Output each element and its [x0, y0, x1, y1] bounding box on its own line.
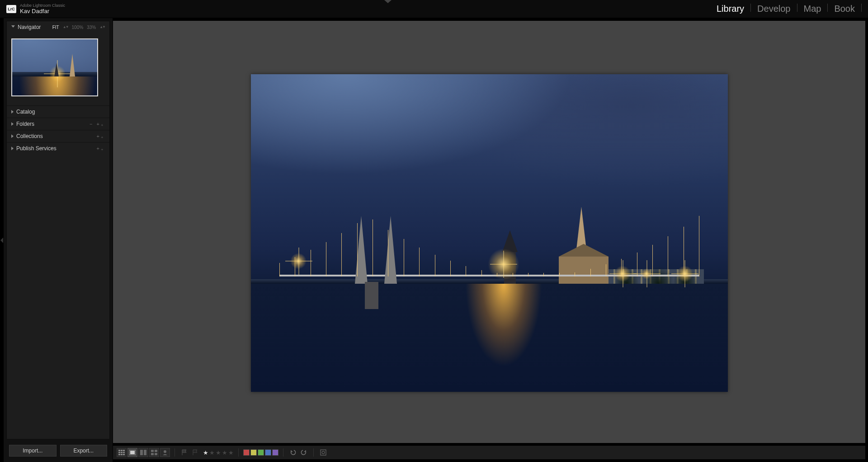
color-label-red[interactable] — [243, 449, 250, 456]
module-library[interactable]: Library — [710, 4, 750, 14]
star-5[interactable]: ★ — [228, 449, 234, 456]
zoom-fit[interactable]: FIT — [52, 25, 59, 30]
people-view-button[interactable] — [160, 448, 170, 457]
panel-publish-services[interactable]: Publish Services +₊ — [7, 142, 109, 154]
color-label-blue[interactable] — [265, 449, 271, 456]
svg-point-19 — [322, 451, 325, 454]
svg-rect-11 — [140, 450, 143, 455]
product-name: Adobe Lightroom Classic — [20, 4, 65, 8]
disclosure-down-icon — [11, 25, 15, 29]
svg-rect-0 — [118, 450, 120, 451]
updown-icon[interactable]: ▲▼ — [99, 25, 105, 30]
svg-rect-15 — [151, 453, 154, 455]
color-label-yellow[interactable] — [250, 449, 257, 456]
color-label-green[interactable] — [258, 449, 264, 456]
flag-reject-icon — [192, 449, 198, 456]
grid-icon — [118, 450, 125, 455]
identity-plate[interactable]: Adobe Lightroom Classic Kav Dadfar — [20, 4, 65, 14]
svg-rect-13 — [151, 450, 154, 452]
grid-view-button[interactable] — [117, 448, 127, 457]
export-button[interactable]: Export... — [60, 445, 108, 457]
svg-rect-14 — [155, 450, 157, 452]
flag-icon — [181, 449, 188, 456]
module-develop[interactable]: Develop — [751, 4, 797, 14]
navigator-title: Navigator — [18, 24, 41, 30]
target-collection-button[interactable] — [318, 448, 328, 457]
module-book[interactable]: Book — [828, 4, 861, 14]
loupe-view[interactable] — [113, 21, 865, 443]
disclosure-right-icon — [11, 122, 14, 126]
svg-rect-18 — [321, 450, 326, 455]
updown-icon[interactable]: ▲▼ — [63, 25, 68, 30]
panel-folders[interactable]: Folders − +₊ — [7, 118, 109, 130]
app-logo: LrC — [6, 5, 16, 13]
star-2[interactable]: ★ — [209, 449, 215, 456]
star-4[interactable]: ★ — [222, 449, 227, 456]
flag-reject-button[interactable] — [190, 448, 200, 457]
panel-collections[interactable]: Collections +₊ — [7, 130, 109, 142]
panel-folders-label: Folders — [16, 121, 34, 127]
rotate-cw-icon — [301, 449, 307, 456]
svg-rect-12 — [144, 450, 146, 455]
main-photo — [251, 74, 728, 392]
svg-rect-7 — [121, 454, 123, 455]
svg-rect-6 — [118, 454, 120, 455]
chevron-left-icon — [0, 238, 3, 243]
zoom-other[interactable]: 33% — [87, 25, 96, 30]
star-3[interactable]: ★ — [216, 449, 221, 456]
star-1[interactable]: ★ — [203, 449, 208, 456]
plus-icon[interactable]: +₊ — [97, 146, 105, 152]
rotate-cw-button[interactable] — [299, 448, 309, 457]
user-name: Kav Dadfar — [20, 8, 65, 14]
compare-icon — [140, 450, 146, 455]
disclosure-right-icon — [11, 110, 14, 114]
svg-rect-5 — [123, 452, 125, 453]
target-icon — [320, 449, 326, 456]
import-button[interactable]: Import... — [9, 445, 57, 457]
color-label-purple[interactable] — [272, 449, 278, 456]
navigator-zoom-options[interactable]: FIT▲▼ 100% 33%▲▼ — [52, 25, 105, 30]
rotate-ccw-icon — [290, 449, 296, 456]
left-panel: Navigator FIT▲▼ 100% 33%▲▼ — [4, 18, 113, 462]
disclosure-right-icon — [11, 134, 14, 138]
navigator-header[interactable]: Navigator FIT▲▼ 100% 33%▲▼ — [7, 21, 109, 33]
svg-rect-16 — [155, 453, 157, 455]
panel-catalog-label: Catalog — [16, 109, 35, 115]
survey-view-button[interactable] — [149, 448, 159, 457]
loupe-view-button[interactable] — [127, 448, 137, 457]
svg-rect-10 — [130, 451, 135, 454]
svg-rect-8 — [123, 454, 125, 455]
svg-rect-3 — [118, 452, 120, 453]
svg-point-17 — [164, 450, 166, 453]
svg-rect-2 — [123, 450, 125, 451]
color-label-swatches — [243, 449, 278, 456]
app-titlebar: LrC Adobe Lightroom Classic Kav Dadfar L… — [0, 0, 868, 18]
panel-catalog[interactable]: Catalog — [7, 105, 109, 118]
navigator-thumbnail[interactable] — [11, 38, 98, 96]
module-picker: Library Develop Map Book — [710, 4, 862, 14]
loupe-icon — [129, 450, 136, 455]
module-map[interactable]: Map — [797, 4, 828, 14]
panel-collections-label: Collections — [16, 133, 43, 139]
compare-view-button[interactable] — [138, 448, 148, 457]
rotate-ccw-button[interactable] — [288, 448, 298, 457]
top-panel-toggle-icon[interactable] — [384, 0, 392, 3]
survey-icon — [151, 450, 157, 455]
star-rating[interactable]: ★ ★ ★ ★ ★ — [203, 449, 234, 456]
people-icon — [162, 450, 168, 455]
flag-pick-button[interactable] — [179, 448, 189, 457]
left-panel-collapse[interactable] — [0, 18, 4, 462]
svg-rect-1 — [121, 450, 123, 451]
panel-publish-label: Publish Services — [16, 145, 57, 152]
plus-icon[interactable]: +₊ — [97, 133, 105, 139]
disclosure-right-icon — [11, 147, 14, 150]
svg-rect-4 — [121, 452, 123, 453]
minus-plus-icon[interactable]: − +₊ — [90, 121, 105, 127]
zoom-100[interactable]: 100% — [72, 25, 84, 30]
bottom-toolbar: ★ ★ ★ ★ ★ — [113, 446, 865, 459]
